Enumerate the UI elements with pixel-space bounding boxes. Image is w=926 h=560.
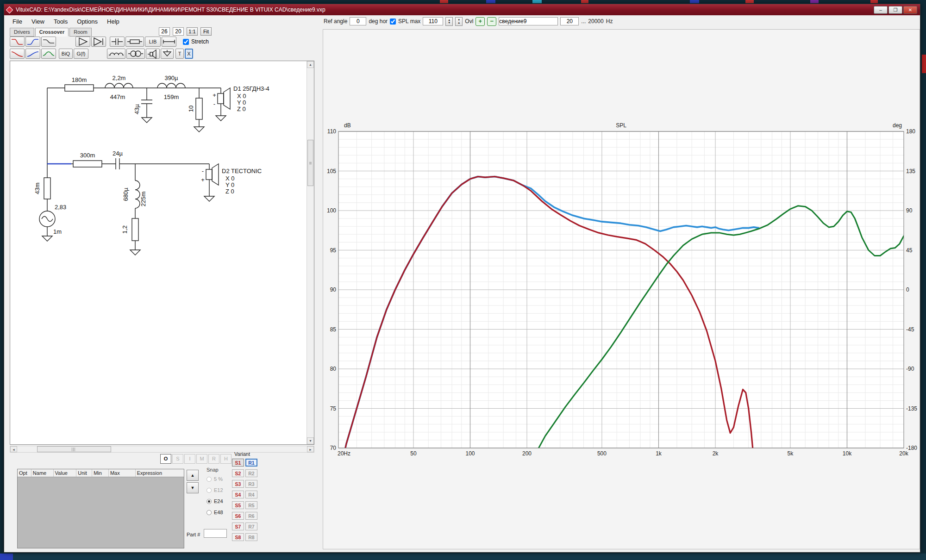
highpass-slope-button[interactable] [25,49,40,59]
inverting-amp-button[interactable] [91,37,106,47]
overlay-add-button[interactable]: + [476,17,485,26]
column-value[interactable]: Value [54,469,77,477]
resistor-button[interactable] [125,37,144,47]
scroll-down-icon[interactable]: ▼ [307,437,314,444]
capacitor-24u[interactable]: 24µ [113,150,123,169]
horizontal-scroll-thumb[interactable] [37,446,111,452]
inductor-2m2[interactable]: 2,2m 447m [105,75,133,100]
maximize-button[interactable]: ❐ [888,6,902,14]
variant-s7-button[interactable]: S7 [232,523,244,530]
variant-s5-button[interactable]: S5 [232,501,244,509]
column-name[interactable]: Name [31,469,54,477]
variant-r1-button[interactable]: R1 [245,459,257,467]
column-min[interactable]: Min [92,469,109,477]
variant-s1-button[interactable]: S1 [232,459,244,467]
variant-r3-button[interactable]: R3 [245,480,257,488]
capacitor-button[interactable] [110,37,125,47]
minimize-button[interactable]: – [874,6,888,14]
inductor-390u[interactable]: 390µ 159m [157,75,185,100]
mode-o-button[interactable]: O [160,454,171,464]
resistor-10[interactable]: 10 [188,88,204,132]
close-button[interactable]: ✕ [903,6,917,14]
part-number-input[interactable] [204,529,227,538]
fit-scale-button[interactable]: ▼ ▲ [455,17,463,26]
voltage-source[interactable]: 2,83 1m [39,204,66,241]
variant-s3-button[interactable]: S3 [232,480,244,488]
library-button[interactable]: LIB [145,37,161,47]
variant-r7-button[interactable]: R7 [245,523,257,530]
freq-min-input[interactable] [560,17,579,25]
mode-i-button[interactable]: I [184,454,195,464]
overlay-name-input[interactable] [499,17,558,25]
column-opt[interactable]: Opt [18,469,31,477]
lowpass-slope-button[interactable] [10,49,25,59]
resistor-300m[interactable]: 300m [73,152,102,167]
tab-room[interactable]: Room [69,28,91,37]
delete-tool-button[interactable]: X [185,49,193,59]
crossover-schematic[interactable]: 180m 2,2m 447m 43µ 390µ 159m 10 [10,61,307,447]
radio-icon[interactable] [206,510,212,515]
resistor-180m[interactable]: 180m [65,76,94,91]
snap-option-5pct[interactable]: 5 % [206,476,223,482]
buffer-amp-button[interactable] [75,37,90,47]
variant-r6-button[interactable]: R6 [245,512,257,520]
menu-options[interactable]: Options [72,16,102,27]
move-up-button[interactable]: ▲ [187,470,199,481]
inductor-680u[interactable]: 680µ 225m [122,164,147,208]
stretch-checkbox[interactable] [183,39,189,45]
snap-option-e48[interactable]: E48 [206,510,223,515]
grid-x-input[interactable] [159,27,170,36]
variant-s4-button[interactable]: S4 [232,491,244,498]
speaker-button[interactable] [146,49,160,59]
mode-s-button[interactable]: S [172,454,183,464]
mode-m-button[interactable]: M [196,454,207,464]
radio-checked-icon[interactable] [206,499,212,504]
variant-s8-button[interactable]: S8 [232,533,244,541]
menu-view[interactable]: View [27,16,49,27]
vertical-scroll-thumb[interactable] [307,140,313,186]
scroll-left-icon[interactable]: ◄ [10,446,17,452]
menu-help[interactable]: Help [102,16,124,27]
text-tool-button[interactable]: T [175,49,184,59]
spl-max-input[interactable] [423,17,443,25]
ground-button[interactable] [161,49,174,59]
menu-tools[interactable]: Tools [49,16,72,27]
variant-r8-button[interactable]: R8 [245,533,257,541]
radio-icon[interactable] [206,477,212,482]
move-down-button[interactable]: ▼ [187,482,199,493]
schematic-horizontal-scrollbar[interactable]: ◄ ► [10,446,314,453]
zoom-fit-button[interactable]: Fit [200,27,212,36]
menu-file[interactable]: File [8,16,27,27]
resistor-43m[interactable]: 43m [34,178,50,199]
variant-r2-button[interactable]: R2 [245,469,257,477]
variant-s6-button[interactable]: S6 [232,512,244,520]
capacitor-43u[interactable]: 43µ [133,88,152,123]
snap-option-e24[interactable]: E24 [206,498,223,504]
variant-r5-button[interactable]: R5 [245,501,257,509]
transformer-button[interactable] [126,49,145,59]
mode-r-button[interactable]: R [208,454,219,464]
ref-angle-input[interactable] [350,17,366,25]
resistor-1r2[interactable]: 1,2 [121,208,140,255]
column-unit[interactable]: Unit [76,469,92,477]
transfer-function-button[interactable]: G(f) [74,49,88,59]
biquad-button[interactable]: BiQ [59,49,73,59]
tab-crossover[interactable]: Crossover [35,28,69,37]
allpass-filter-button[interactable] [41,49,56,59]
driver-d2[interactable]: - + D2 TECTONIC X 0 Y 0 Z 0 [201,164,262,201]
zoom-one-to-one-button[interactable]: 1:1 [187,27,198,36]
inductor-button[interactable] [107,49,125,59]
column-expression[interactable]: Expression [136,469,184,477]
scroll-up-icon[interactable]: ▲ [307,61,314,68]
tab-drivers[interactable]: Drivers [10,28,34,37]
shelf-filter-button[interactable] [41,37,56,47]
highpass-filter-button[interactable] [25,37,40,47]
spl-max-checkbox[interactable] [390,19,396,25]
column-max[interactable]: Max [109,469,136,477]
spl-max-spinner[interactable]: ▲ ▼ [445,17,453,26]
variant-s2-button[interactable]: S2 [232,469,244,477]
schematic-vertical-scrollbar[interactable]: ▲ ▼ [307,61,314,444]
radio-icon[interactable] [206,488,212,493]
snap-option-e12[interactable]: E12 [206,487,223,493]
grid-y-input[interactable] [173,27,184,36]
